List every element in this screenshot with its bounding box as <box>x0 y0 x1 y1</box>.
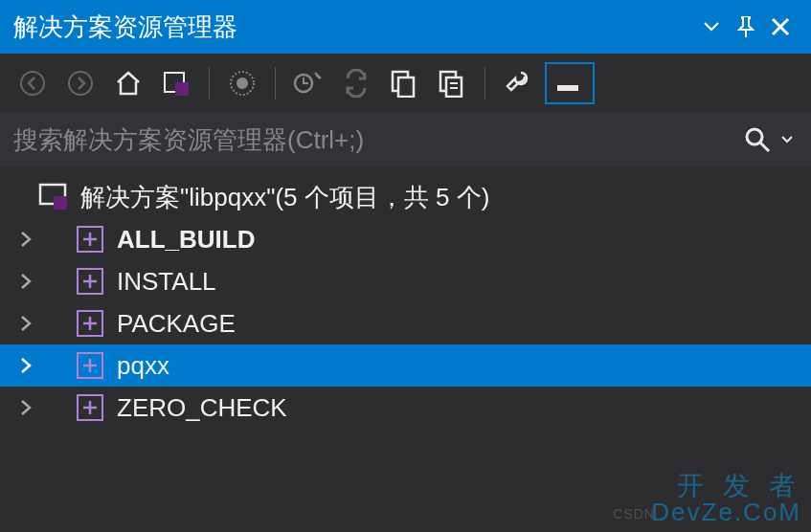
project-node[interactable]: INSTALL <box>0 260 811 302</box>
expander-icon[interactable] <box>13 357 38 374</box>
search-dropdown-icon[interactable] <box>777 136 798 144</box>
project-label: INSTALL <box>117 267 216 297</box>
svg-point-0 <box>21 72 44 95</box>
show-all-files-button[interactable] <box>431 62 473 104</box>
svg-rect-3 <box>175 82 189 96</box>
svg-rect-17 <box>54 196 67 210</box>
toolbar-separator <box>484 67 485 100</box>
solution-icon <box>38 183 67 211</box>
svg-point-5 <box>237 78 248 89</box>
pending-changes-button[interactable] <box>287 62 329 104</box>
panel-title: 解决方案资源管理器 <box>13 11 694 44</box>
project-label: ZERO_CHECK <box>117 393 287 423</box>
svg-line-15 <box>760 143 769 151</box>
panel-titlebar: 解决方案资源管理器 <box>0 0 811 54</box>
watermark-line1: 开 发 者 <box>651 473 801 499</box>
switch-views-button[interactable] <box>155 62 197 104</box>
project-node[interactable]: ZERO_CHECK <box>0 387 811 429</box>
watermark-line2: DevZe.CoM <box>651 499 801 524</box>
search-bar <box>0 113 811 166</box>
forward-button[interactable] <box>59 62 101 104</box>
watermark-csdn: CSDN <box>613 507 655 521</box>
svg-rect-8 <box>398 78 414 97</box>
toolbar-separator <box>209 67 210 100</box>
project-node[interactable]: pqxx <box>0 344 811 387</box>
watermark: CSDN 开 发 者 DevZe.CoM <box>651 473 801 524</box>
toolbar-separator <box>275 67 276 100</box>
search-icon[interactable] <box>738 121 777 159</box>
home-button[interactable] <box>107 62 149 104</box>
svg-point-1 <box>69 72 92 95</box>
project-node[interactable]: PACKAGE <box>0 302 811 344</box>
solution-node[interactable]: ▷ 解决方案"libpqxx"(5 个项目，共 5 个) <box>0 176 811 218</box>
pin-icon[interactable] <box>729 10 763 44</box>
svg-point-14 <box>747 129 762 144</box>
sync-button[interactable] <box>335 62 377 104</box>
properties-button[interactable] <box>497 62 539 104</box>
project-label: pqxx <box>117 351 169 381</box>
project-icon <box>77 394 103 421</box>
close-icon[interactable] <box>763 10 798 44</box>
expander-icon[interactable] <box>13 273 38 290</box>
project-icon <box>77 352 103 379</box>
search-input[interactable] <box>13 125 738 155</box>
expander-icon[interactable] <box>13 399 38 416</box>
expander-icon[interactable] <box>13 315 38 332</box>
project-label: PACKAGE <box>117 309 236 339</box>
expander-icon[interactable] <box>13 231 38 248</box>
toolbar <box>0 54 811 113</box>
back-button[interactable] <box>11 62 54 104</box>
collapse-all-button[interactable] <box>383 62 425 104</box>
solution-tree: ▷ 解决方案"libpqxx"(5 个项目，共 5 个) ALL_BUILDIN… <box>0 166 811 429</box>
project-label: ALL_BUILD <box>117 225 255 255</box>
panel-options-dropdown-icon[interactable] <box>694 10 729 44</box>
project-icon <box>77 310 103 337</box>
filter-button[interactable] <box>221 62 263 104</box>
project-node[interactable]: ALL_BUILD <box>0 218 811 260</box>
solution-label: 解决方案"libpqxx"(5 个项目，共 5 个) <box>80 181 489 214</box>
preview-selected-button[interactable] <box>545 62 595 104</box>
project-icon <box>77 226 103 253</box>
svg-rect-13 <box>557 85 578 91</box>
project-icon <box>77 268 103 295</box>
